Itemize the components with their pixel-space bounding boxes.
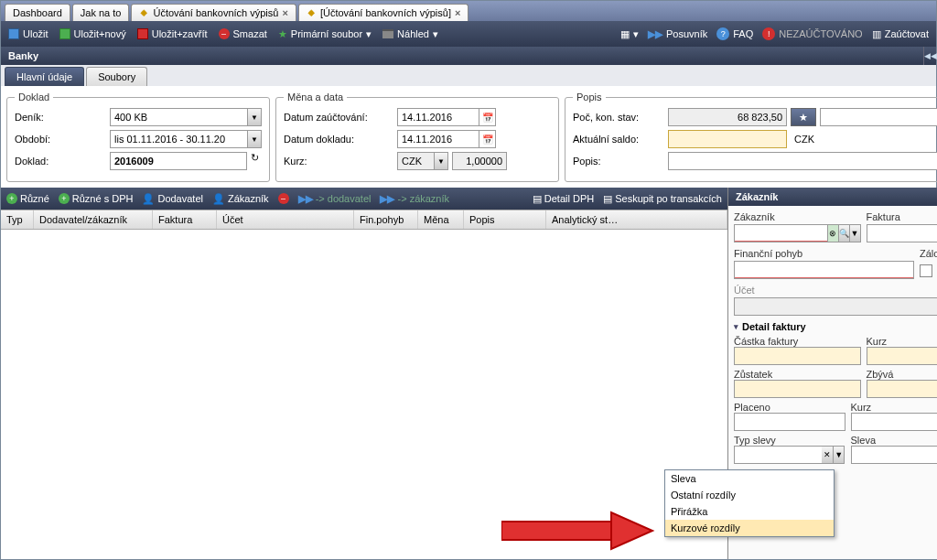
plus-icon: + (59, 193, 70, 204)
refresh-icon[interactable]: ↻ (251, 152, 259, 170)
kurz3-label: Kurz (851, 402, 872, 413)
clear-icon[interactable]: ⊗ (828, 224, 839, 242)
castka-value (734, 347, 861, 365)
sleva-input[interactable] (851, 446, 938, 464)
remove-button[interactable]: – (278, 193, 289, 204)
col-typ[interactable]: Typ (1, 210, 34, 229)
popis-group: Popis Poč, kon. stav: ★ ▦ Aktuální saldo… (565, 92, 937, 182)
obdobi-input[interactable] (110, 130, 247, 148)
saldo-currency: CZK (794, 134, 814, 145)
coins-icon: ⯁ (307, 7, 317, 18)
doklad-label: Doklad: (15, 156, 106, 167)
typslevy-input[interactable] (734, 446, 822, 464)
primary-file-button[interactable]: ★Primární soubor ▾ (278, 28, 372, 40)
post-button[interactable]: ▥Zaúčtovat (872, 28, 929, 40)
disk-icon (137, 28, 148, 39)
col-finpohyb[interactable]: Fin.pohyb (354, 210, 418, 229)
kurz2-value (867, 347, 938, 365)
collapse-panel-button[interactable]: ◀◀ (923, 47, 936, 65)
placeno-input[interactable] (734, 413, 845, 431)
kurz3-input[interactable] (851, 413, 938, 431)
save-button[interactable]: Uložit (8, 28, 48, 39)
fast-forward-icon: ▶▶ (648, 28, 662, 40)
denik-label: Deník: (15, 112, 106, 123)
chevron-down-icon[interactable]: ▼ (834, 446, 845, 464)
dodavatel-button[interactable]: 👤Dodavatel (142, 193, 203, 205)
zakaznik-input[interactable] (734, 224, 828, 242)
save-new-button[interactable]: Uložit+nový (59, 28, 126, 39)
minus-icon: – (219, 28, 230, 39)
dropdown-option[interactable]: Přirážka (665, 503, 834, 520)
datum-dokladu-label: Datum dokladu: (284, 134, 393, 145)
chevron-down-icon[interactable]: ▼ (247, 108, 262, 126)
sleva-label: Sleva (851, 435, 877, 446)
zaloha-label: Záloha (920, 248, 937, 259)
tool-dropdown[interactable]: ▦ ▾ (620, 28, 639, 40)
subtab-main[interactable]: Hlavní údaje (5, 67, 84, 86)
to-zakaznik-button[interactable]: ▶▶-> zákazník (380, 193, 449, 205)
col-ucet[interactable]: Účet (217, 210, 354, 229)
mena-group: Měna a data Datum zaúčtování: 📅 Datum do… (275, 92, 559, 182)
calendar-icon[interactable]: 📅 (479, 108, 496, 126)
preview-button[interactable]: Náhled ▾ (382, 28, 438, 40)
tab-dashboard[interactable]: Dashboard (5, 4, 70, 21)
tab-uctovani-2[interactable]: ⯁[Účtování bankovních výpisů]× (298, 4, 469, 21)
fast-forward-icon: ▶▶ (298, 193, 313, 205)
zaloha-checkbox[interactable] (920, 264, 932, 277)
search-icon[interactable]: 🔍 (839, 224, 850, 242)
clear-icon[interactable]: ✕ (822, 446, 834, 464)
close-icon[interactable]: × (455, 7, 460, 18)
ucet-input[interactable] (734, 297, 937, 316)
collapse-icon: ▾ (734, 322, 738, 331)
calendar-icon[interactable]: 📅 (479, 130, 496, 148)
save-close-button[interactable]: Uložit+zavřít (137, 28, 208, 39)
finpohyb-input[interactable] (734, 261, 914, 279)
kon-value[interactable] (820, 108, 937, 126)
col-mena[interactable]: Měna (418, 210, 464, 229)
col-analyticky-st[interactable]: Analytický st… (546, 210, 727, 229)
toolbar: Uložit Uložit+nový Uložit+zavřít –Smazat… (1, 21, 936, 47)
datum-dokladu-input[interactable] (397, 130, 479, 148)
datum-zauctovani-input[interactable] (397, 108, 479, 126)
zbyva-value (867, 380, 938, 398)
question-icon: ? (716, 27, 729, 40)
kurz2-label: Kurz (867, 336, 888, 347)
col-popis[interactable]: Popis (464, 210, 546, 229)
svg-marker-1 (611, 512, 652, 549)
side-title: Zákazník (728, 188, 937, 206)
dropdown-option[interactable]: Ostatní rozdíly (665, 487, 834, 503)
svg-rect-0 (501, 522, 611, 540)
popis-input[interactable] (668, 152, 937, 170)
denik-input[interactable] (110, 108, 247, 126)
faq-button[interactable]: ?FAQ (716, 27, 753, 40)
ruzne-button[interactable]: +Různé (6, 193, 49, 204)
popis-legend: Popis (573, 92, 606, 102)
detail-dph-button[interactable]: ▤Detail DPH (533, 193, 594, 205)
zbyva-label: Zbývá (867, 369, 894, 380)
to-dodavatel-button[interactable]: ▶▶-> dodavatel (298, 193, 372, 205)
subtab-files[interactable]: Soubory (86, 67, 147, 86)
group-icon: ▤ (603, 193, 612, 205)
chevron-down-icon[interactable]: ▼ (434, 152, 448, 170)
faktura-input[interactable] (867, 224, 938, 242)
chevron-down-icon[interactable]: ▼ (850, 224, 861, 242)
tab-jaknato[interactable]: Jak na to (72, 4, 130, 21)
seskupit-button[interactable]: ▤Seskupit po transakcích (603, 193, 722, 205)
dropdown-option[interactable]: Sleva (665, 470, 834, 487)
kurz-currency[interactable] (397, 152, 434, 170)
close-icon[interactable]: × (282, 7, 287, 18)
posuvnik-button[interactable]: ▶▶Posuvník (648, 28, 707, 40)
chevron-down-icon[interactable]: ▼ (247, 130, 262, 148)
zakaznik-button[interactable]: 👤Zákazník (212, 193, 269, 205)
star-icon: ★ (278, 28, 287, 40)
star-button[interactable]: ★ (791, 108, 816, 126)
tab-uctovani-1[interactable]: ⯁Účtování bankovních výpisů× (131, 4, 296, 21)
ruzne-dph-button[interactable]: +Různé s DPH (59, 193, 134, 204)
minus-icon: – (278, 193, 289, 204)
doklad-input[interactable] (110, 152, 247, 170)
delete-button[interactable]: –Smazat (219, 28, 267, 39)
detail-faktury-header[interactable]: ▾Detail faktury (734, 321, 937, 332)
col-dodavatel-zakaznik[interactable]: Dodavatel/zákazník (34, 210, 153, 229)
col-faktura[interactable]: Faktura (153, 210, 217, 229)
dropdown-option[interactable]: Kurzové rozdíly (665, 520, 834, 536)
